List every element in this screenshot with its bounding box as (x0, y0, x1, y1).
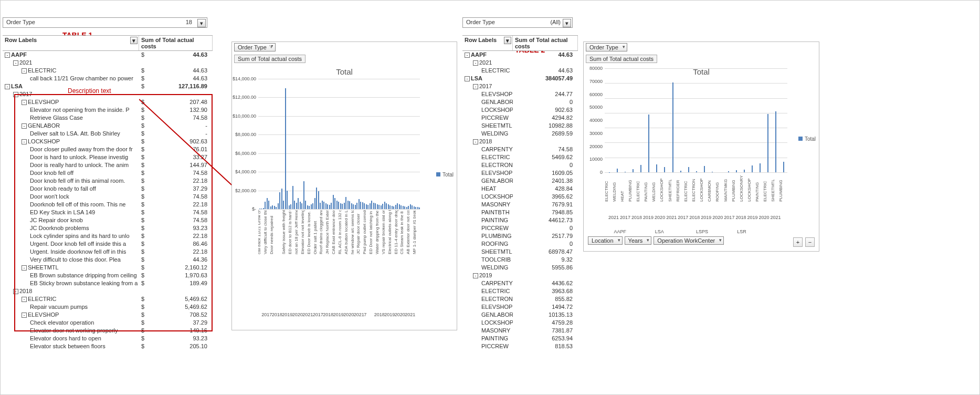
expand-collapse-icon[interactable]: - (465, 53, 470, 58)
table-row[interactable]: PICCREW818.53 (462, 342, 578, 350)
table-row[interactable]: GENLABOR2401.38 (462, 177, 578, 185)
table-row[interactable]: PLUMBING2517.79 (462, 232, 578, 240)
expand-collapse-icon[interactable]: - (13, 289, 18, 294)
expand-collapse-icon[interactable]: - (22, 139, 27, 144)
table-row[interactable]: EB Sticky brown substance leaking from a… (3, 279, 213, 287)
table-row[interactable]: PAINTING6253.94 (462, 335, 578, 342)
table-row[interactable]: -AAPF44.63 (462, 51, 578, 59)
table-row[interactable]: -2017 (462, 82, 578, 90)
table-row[interactable]: Elevator doors hard to open$93.23 (3, 335, 213, 342)
table-row[interactable]: Doorknob fell off of this room. This ne$… (3, 201, 213, 209)
table-row[interactable]: WELDING2689.59 (462, 130, 578, 138)
table-row[interactable]: -2021 (462, 59, 578, 67)
table-row[interactable]: ELECTRIC44.63 (462, 67, 578, 75)
table-row[interactable]: -GENLABOR$- (3, 122, 213, 130)
table-row[interactable]: LOCKSHOP4759.28 (462, 319, 578, 327)
expand-collapse-icon[interactable]: - (473, 139, 478, 144)
expand-collapse-icon[interactable]: - (22, 123, 27, 129)
table-row[interactable]: Door closer pulled away from the door fr… (3, 145, 213, 153)
chart1-value-button[interactable]: Sum of Total actual costs (234, 55, 305, 63)
chart2-ordertype-slicer[interactable]: Order Type (586, 43, 627, 51)
table-row[interactable]: Door won't lock$74.58 (3, 193, 213, 201)
table-row[interactable]: ELEVSHOP244.77 (462, 90, 578, 98)
table-row[interactable]: PAINTBTH7948.85 (462, 209, 578, 216)
table-row[interactable]: Door knob fell off$74.58 (3, 169, 213, 177)
table-row[interactable]: ELECTRIC5469.62 (462, 153, 578, 161)
table-row[interactable]: ED Key Stuck in LSA 149$74.58 (3, 209, 213, 216)
table-row[interactable]: Retrieve Glass Case$74.58 (3, 114, 213, 122)
expand-collapse-icon[interactable]: - (13, 60, 18, 66)
table-row[interactable]: GENLABOR10135.13 (462, 311, 578, 319)
table-row[interactable]: ELECTRON855.82 (462, 295, 578, 303)
expand-collapse-icon[interactable]: - (22, 265, 27, 271)
table-row[interactable]: CARPENTY74.58 (462, 145, 578, 153)
table-row[interactable]: -2018 (462, 138, 578, 145)
table-row[interactable]: Repair vacuum pumps$5,469.62 (3, 303, 213, 311)
table-row[interactable]: JC Doorknob problems$93.23 (3, 224, 213, 232)
table-row[interactable]: GENLABOR0 (462, 98, 578, 106)
table-row[interactable]: EB Brown substance dripping from ceiling… (3, 272, 213, 279)
table-row[interactable]: JC Repair door knob$74.58 (3, 216, 213, 224)
table-row[interactable]: Elevator door not working properly$149.1… (3, 327, 213, 335)
table-row[interactable]: PICCREW4294.82 (462, 114, 578, 122)
table-row[interactable]: -2017 (3, 90, 213, 98)
table-row[interactable]: Lock cylinder spins and its hard to unlo… (3, 232, 213, 240)
expand-collapse-icon[interactable]: - (465, 76, 470, 81)
expand-collapse-icon[interactable]: - (22, 313, 27, 318)
table-row[interactable]: Door knob fell off in this animal room.$… (3, 177, 213, 185)
expand-collapse-icon[interactable]: - (22, 68, 27, 74)
table-row[interactable]: LOCKSHOP902.63 (462, 106, 578, 114)
table-row[interactable]: HEAT428.84 (462, 185, 578, 193)
table-row[interactable]: Elevator stuck between floors$205.10 (3, 342, 213, 350)
pivot-chart-1[interactable]: Order Type Sum of Total actual costs Tot… (231, 41, 457, 330)
table-row[interactable]: MASONRY7381.87 (462, 327, 578, 335)
expand-collapse-icon[interactable]: - (13, 92, 18, 97)
table-row[interactable]: -ELECTRIC$5,469.62 (3, 295, 213, 303)
table-row[interactable]: Door is hard to unlock. Please investig$… (3, 153, 213, 161)
table-row[interactable]: Urgent. Inside doorknow fell off in this… (3, 248, 213, 256)
table-row[interactable]: -LOCKSHOP$902.63 (3, 138, 213, 145)
chart1-ordertype-slicer[interactable]: Order Type (234, 43, 276, 51)
table-row[interactable]: LOCKSHOP3965.62 (462, 193, 578, 201)
filter1-dropdown[interactable]: ▾ (197, 19, 206, 27)
table-row[interactable]: CARPENTY4436.62 (462, 279, 578, 287)
expand-collapse-icon[interactable]: - (473, 60, 478, 66)
table-row[interactable]: -2019 (462, 272, 578, 279)
expand-collapse-icon[interactable]: - (473, 84, 478, 89)
table-row[interactable]: ELECTRON0 (462, 161, 578, 169)
table-row[interactable]: TOOLCRIB9.32 (462, 256, 578, 264)
table-row[interactable]: -2018 (3, 287, 213, 295)
chart2-expand-button[interactable]: + (793, 237, 803, 247)
table-row[interactable]: MASONRY7679.91 (462, 201, 578, 209)
table-row[interactable]: -ELECTRIC$44.63 (3, 67, 213, 75)
table-row[interactable]: Door knob ready to fall off$37.29 (3, 185, 213, 193)
chart2-collapse-button[interactable]: − (805, 237, 815, 247)
table-row[interactable]: PAINTING44612.73 (462, 216, 578, 224)
pivot-chart-2[interactable]: Order Type Sum of Total actual costs Tot… (583, 41, 819, 252)
table-row[interactable]: -2021 (3, 59, 213, 67)
table-row[interactable]: -LSA384057.49 (462, 75, 578, 82)
table-row[interactable]: WELDING5955.86 (462, 264, 578, 272)
table-row[interactable]: Very difficult to close this door. Plea$… (3, 256, 213, 264)
table-row[interactable]: Urgent. Door knob fell off inside this a… (3, 240, 213, 248)
chart2-value-button[interactable]: Sum of Total actual costs (586, 55, 657, 63)
table-row[interactable]: Door is really hard to unlock. The anim$… (3, 161, 213, 169)
expand-collapse-icon[interactable]: - (5, 84, 10, 89)
table-row[interactable]: ELEVSHOP1494.72 (462, 303, 578, 311)
table-row[interactable]: Check elevator operation$37.29 (3, 319, 213, 327)
expand-collapse-icon[interactable]: - (473, 273, 478, 278)
expand-collapse-icon[interactable]: - (22, 297, 27, 302)
table-row[interactable]: -ELEVSHOP$207.48 (3, 98, 213, 106)
table-row[interactable]: -ELEVSHOP$708.52 (3, 311, 213, 319)
table-row[interactable]: ELEVSHOP1609.05 (462, 169, 578, 177)
expand-collapse-icon[interactable]: - (5, 53, 10, 58)
table-row[interactable]: ROOFING0 (462, 240, 578, 248)
table-row[interactable]: Deliver salt to LSA. Att. Bob Shirley$- (3, 130, 213, 138)
rowlabels-dropdown-2[interactable]: ▾ (504, 37, 511, 44)
rowlabels-dropdown[interactable]: ▾ (130, 37, 138, 44)
table-row[interactable]: PICCREW0 (462, 224, 578, 232)
filter2-dropdown[interactable]: ▾ (563, 19, 571, 27)
expand-collapse-icon[interactable]: - (22, 100, 27, 105)
chart2-field-slicer[interactable]: Location (588, 236, 623, 245)
table-row[interactable]: call back 11/21 Grow chamber no power$44… (3, 75, 213, 82)
